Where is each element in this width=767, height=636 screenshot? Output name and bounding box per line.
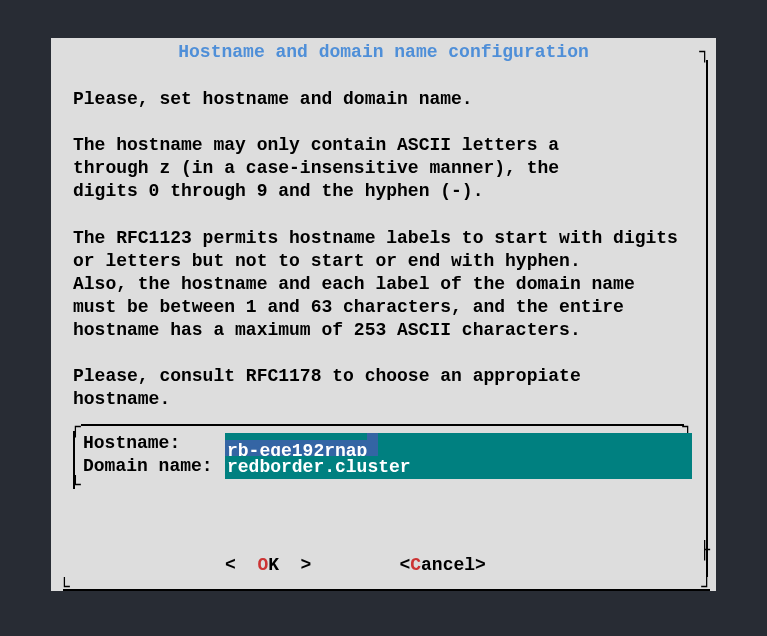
hostname-label: Hostname: [83, 433, 225, 456]
hostname-input[interactable]: rb-eqe192rnap [225, 433, 692, 456]
button-bar: < OK > <Cancel> [73, 554, 692, 577]
config-dialog: Hostname and domain name configuration ┐… [51, 38, 716, 591]
domain-label: Domain name: [83, 456, 225, 479]
border-corner-tr: ┐ [699, 42, 710, 62]
text-cursor [367, 433, 378, 456]
border-corner-br: ┘ [701, 577, 712, 597]
hostname-row: Hostname: rb-eqe192rnap [83, 433, 692, 456]
domain-input[interactable]: redborder.cluster [225, 456, 692, 479]
form-border-top [81, 424, 684, 426]
ok-button[interactable]: < OK > [225, 554, 311, 577]
border-right [699, 60, 710, 577]
domain-value: redborder.cluster [227, 457, 411, 477]
border-corner-bl: └ [59, 577, 70, 597]
cancel-hotkey: C [410, 555, 421, 575]
border-notch: ├ [699, 540, 710, 560]
form-corner-bl: └ [70, 475, 81, 495]
form-box: ┌ ┐ └ Hostname: rb-eqe192rnap Domain nam… [73, 425, 692, 487]
border-bottom [63, 589, 710, 591]
dialog-inner: Hostname and domain name configuration ┐… [51, 38, 716, 591]
form-corner-tl: ┌ [70, 417, 81, 437]
dialog-title: Hostname and domain name configuration [51, 42, 716, 62]
cancel-button[interactable]: <Cancel> [399, 554, 485, 577]
ok-hotkey: O [257, 555, 268, 575]
dialog-body-text: Please, set hostname and domain name. Th… [73, 88, 692, 411]
domain-row: Domain name: redborder.cluster [83, 456, 692, 479]
